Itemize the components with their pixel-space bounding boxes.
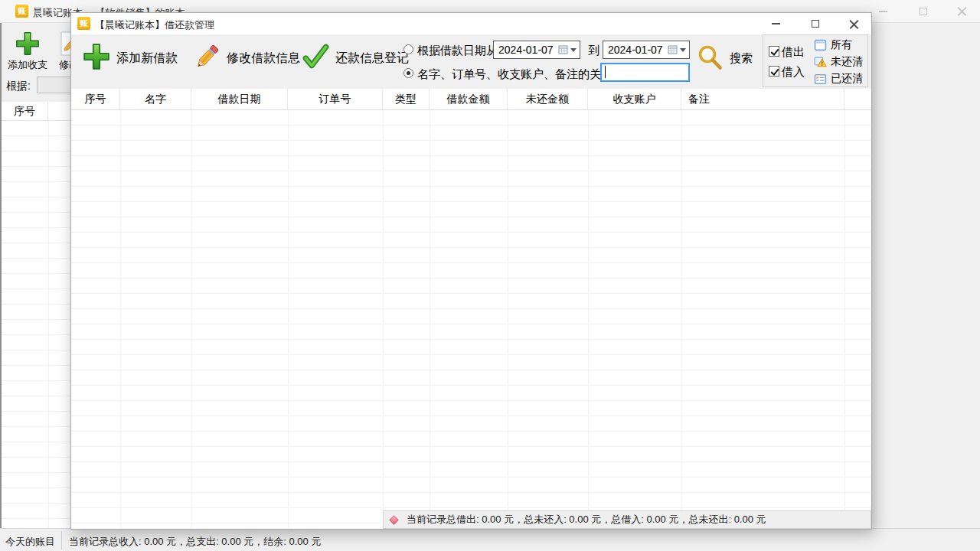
column-loan-date[interactable]: 借款日期 bbox=[191, 89, 288, 109]
add-transaction-label: 添加收支 bbox=[8, 58, 47, 72]
dropdown-arrow-icon[interactable] bbox=[680, 48, 686, 52]
lend-checkbox-label: 借出 bbox=[782, 45, 805, 60]
main-table-header: 序号 bbox=[2, 102, 70, 121]
table-grid-line bbox=[588, 110, 589, 529]
table-grid-line bbox=[120, 110, 121, 529]
main-close-button[interactable] bbox=[950, 1, 973, 21]
column-name[interactable]: 名字 bbox=[120, 89, 191, 109]
main-table-body bbox=[2, 121, 70, 528]
repay-register-button[interactable]: 还款信息登记 bbox=[301, 45, 409, 71]
list-icon bbox=[814, 73, 827, 86]
table-grid-line bbox=[288, 110, 289, 529]
edit-loan-button[interactable]: 修改借款信息 bbox=[192, 45, 300, 71]
today-account-label: 今天的账目 bbox=[5, 535, 55, 549]
main-statusbar: 今天的账目 当前记录总收入: 0.00 元，总支出: 0.00 元，结余: 0.… bbox=[0, 528, 980, 551]
checkmark-icon bbox=[301, 42, 330, 71]
to-label: 到 bbox=[588, 44, 599, 58]
table-grid-line bbox=[844, 110, 845, 529]
dialog-maximize-button[interactable] bbox=[800, 13, 831, 34]
filter-all-label: 所有 bbox=[831, 38, 852, 52]
window-icon bbox=[814, 39, 827, 52]
borrow-checkbox[interactable] bbox=[769, 66, 779, 77]
dialog-close-button[interactable] bbox=[838, 13, 869, 34]
date-from-picker[interactable]: 2024-01-07 bbox=[493, 41, 580, 59]
column-note[interactable]: 备注 bbox=[681, 89, 844, 109]
main-maximize-button[interactable] bbox=[912, 1, 935, 21]
column-type[interactable]: 类型 bbox=[383, 89, 430, 109]
table-grid-line bbox=[191, 110, 192, 529]
edit-loan-label: 修改借款信息 bbox=[227, 51, 300, 67]
plus-icon bbox=[82, 42, 111, 71]
status-diamond-icon bbox=[389, 515, 399, 525]
text-caret bbox=[605, 66, 606, 78]
maximize-icon bbox=[920, 8, 927, 15]
column-account[interactable]: 收支账户 bbox=[588, 89, 681, 109]
statusbar-divider bbox=[61, 531, 62, 549]
dialog-logo-icon: 账 bbox=[77, 17, 90, 30]
date-to-value: 2024-01-07 bbox=[608, 44, 668, 56]
column-spacer bbox=[844, 89, 871, 109]
maximize-icon bbox=[812, 20, 819, 28]
main-minimize-button[interactable] bbox=[871, 1, 894, 21]
table-grid-line bbox=[48, 121, 49, 528]
filter-groupbox: 借出 借入 所有 未还清 bbox=[763, 34, 868, 87]
dialog-title: 【晨曦记账本】借还款管理 bbox=[95, 18, 214, 32]
dialog-titlebar: 账 【晨曦记账本】借还款管理 bbox=[71, 13, 871, 34]
loan-table-body bbox=[71, 110, 871, 529]
filter-all-option[interactable]: 所有 bbox=[814, 38, 852, 52]
column-seq[interactable]: 序号 bbox=[71, 89, 120, 109]
filter-paid-label: 已还清 bbox=[831, 72, 863, 86]
search-label: 搜索 bbox=[730, 51, 753, 66]
filter-unpaid-label: 未还清 bbox=[831, 55, 863, 69]
add-loan-label: 添加新借款 bbox=[116, 51, 178, 67]
search-button[interactable]: 搜索 bbox=[696, 44, 753, 73]
dropdown-arrow-icon[interactable] bbox=[570, 48, 577, 52]
lend-checkbox[interactable] bbox=[769, 46, 779, 57]
column-order-no[interactable]: 订单号 bbox=[288, 89, 383, 109]
add-loan-button[interactable]: 添加新借款 bbox=[82, 45, 178, 71]
minimize-icon bbox=[772, 23, 780, 24]
table-grid-line bbox=[508, 110, 508, 529]
desktop: 账 晨曦记账本 —【软件销售】的账本 添加收支 修改 根据: 序号 今天的账目 … bbox=[0, 0, 980, 551]
app-logo-icon: 账 bbox=[15, 5, 28, 18]
plus-icon bbox=[15, 31, 41, 57]
add-transaction-button[interactable]: 添加收支 bbox=[5, 31, 51, 72]
date-range-radio[interactable] bbox=[403, 44, 413, 54]
date-range-radio-label: 根据借款日期从 bbox=[417, 44, 498, 58]
filter-unpaid-option[interactable]: 未还清 bbox=[814, 55, 863, 69]
date-from-value: 2024-01-07 bbox=[498, 44, 558, 56]
filter-paid-option[interactable]: 已还清 bbox=[814, 72, 863, 86]
main-column-seq[interactable]: 序号 bbox=[2, 102, 48, 120]
calendar-icon bbox=[558, 44, 569, 55]
magnifier-icon bbox=[696, 44, 725, 73]
filter-by-label: 根据: bbox=[6, 80, 31, 93]
repay-register-label: 还款信息登记 bbox=[335, 51, 409, 67]
main-status-summary: 当前记录总收入: 0.00 元，总支出: 0.00 元，结余: 0.00 元 bbox=[69, 535, 321, 549]
close-icon bbox=[849, 19, 859, 29]
table-grid-line bbox=[681, 110, 682, 529]
minimize-icon bbox=[879, 11, 887, 12]
warning-icon bbox=[814, 56, 827, 69]
calendar-icon bbox=[668, 44, 678, 55]
keyword-radio[interactable] bbox=[403, 68, 413, 78]
keyword-input[interactable] bbox=[600, 63, 690, 82]
loan-summary-text: 当前记录总借出: 0.00 元，总未还入: 0.00 元，总借入: 0.00 元… bbox=[407, 513, 766, 527]
loan-summary-statusbar: 当前记录总借出: 0.00 元，总未还入: 0.00 元，总借入: 0.00 元… bbox=[383, 510, 871, 529]
column-unpaid[interactable]: 未还金额 bbox=[508, 89, 588, 109]
close-icon bbox=[957, 6, 967, 16]
keyword-radio-label: 名字、订单号、收支账户、备注的关键字: bbox=[417, 67, 627, 82]
loan-management-dialog: 账 【晨曦记账本】借还款管理 添加新借款 bbox=[70, 12, 872, 530]
column-amount[interactable]: 借款金额 bbox=[430, 89, 508, 109]
pencil-icon bbox=[192, 42, 221, 71]
loan-table-header: 序号 名字 借款日期 订单号 类型 借款金额 未还金额 收支账户 备注 bbox=[71, 89, 871, 110]
date-to-picker[interactable]: 2024-01-07 bbox=[603, 41, 690, 59]
table-grid-line bbox=[383, 110, 384, 529]
borrow-checkbox-label: 借入 bbox=[782, 65, 805, 80]
table-grid-line bbox=[430, 110, 430, 529]
dialog-minimize-button[interactable] bbox=[760, 13, 791, 34]
